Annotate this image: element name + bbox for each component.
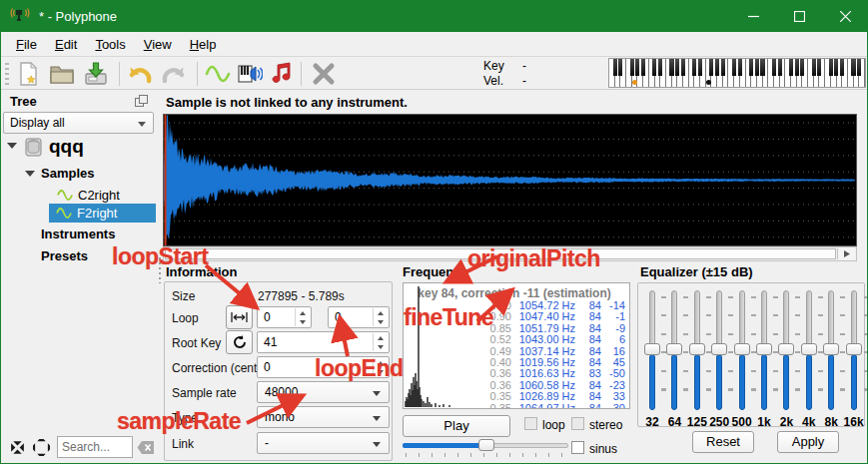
piano-black-key[interactable] <box>721 59 725 76</box>
eq-slider-handle[interactable] <box>846 343 862 355</box>
eq-slider-500[interactable]: 500 <box>731 288 753 410</box>
piano-black-key[interactable] <box>652 59 656 76</box>
tree-item-c2right[interactable]: C2right <box>57 188 120 203</box>
tree-item-samples[interactable]: Samples <box>41 166 94 181</box>
open-folder-icon[interactable] <box>49 61 75 87</box>
menu-tools[interactable]: Tools <box>86 33 134 56</box>
eq-slider-8k[interactable]: 8k <box>820 288 842 410</box>
piano-black-key[interactable] <box>851 59 855 76</box>
expand-all-icon[interactable] <box>33 439 50 456</box>
slider-handle[interactable] <box>478 439 494 451</box>
menu-view[interactable]: View <box>135 33 181 56</box>
tree-item-presets[interactable]: Presets <box>41 248 88 263</box>
piano-black-key[interactable] <box>829 59 833 76</box>
loop-auto-button[interactable] <box>226 305 253 329</box>
eq-slider-handle[interactable] <box>801 343 817 355</box>
piano-black-key[interactable] <box>669 59 673 76</box>
piano-keyboard[interactable] <box>608 58 866 88</box>
piano-black-key[interactable] <box>618 59 622 76</box>
waveform-display[interactable] <box>163 114 857 246</box>
piano-black-key[interactable] <box>635 59 639 76</box>
piano-black-key[interactable] <box>834 59 838 76</box>
spinner-arrows-icon[interactable] <box>373 333 388 351</box>
piano-black-key[interactable] <box>857 59 861 76</box>
sample-rate-combobox[interactable]: 48000 <box>257 381 390 403</box>
playback-volume-slider[interactable] <box>403 439 568 451</box>
eq-slider-250[interactable]: 250 <box>708 288 730 410</box>
piano-black-key[interactable] <box>698 59 702 76</box>
loop-start-spinbox[interactable]: 0 <box>257 306 312 328</box>
piano-black-key[interactable] <box>715 59 719 76</box>
undock-icon[interactable] <box>135 95 148 107</box>
eq-slider-handle[interactable] <box>734 343 750 355</box>
minimize-button[interactable] <box>730 0 776 32</box>
loop-end-spinbox[interactable]: 0 <box>328 306 390 328</box>
tree-item-instruments[interactable]: Instruments <box>41 227 115 241</box>
undo-icon[interactable] <box>127 61 153 87</box>
eq-slider-4k[interactable]: 4k <box>798 288 820 410</box>
piano-black-key[interactable] <box>755 59 759 76</box>
scrollbar-right-arrow[interactable] <box>837 248 855 259</box>
piano-black-key[interactable] <box>692 59 696 76</box>
spinner-arrows-icon[interactable] <box>295 308 310 326</box>
expand-arrow-icon[interactable] <box>25 171 35 177</box>
eq-slider-125[interactable]: 125 <box>686 288 708 410</box>
menu-help[interactable]: Help <box>181 33 226 56</box>
spinner-arrows-icon[interactable] <box>373 308 388 326</box>
clear-search-icon[interactable] <box>137 440 155 455</box>
eq-slider-1k[interactable]: 1k <box>753 288 775 410</box>
music-note-icon[interactable] <box>269 61 295 87</box>
piano-black-key[interactable] <box>749 59 753 76</box>
reset-button[interactable]: Reset <box>692 431 754 453</box>
eq-slider-handle[interactable] <box>756 343 772 355</box>
link-combobox[interactable]: - <box>257 432 390 454</box>
piano-black-key[interactable] <box>800 59 804 76</box>
eq-slider-handle[interactable] <box>778 343 794 355</box>
piano-black-key[interactable] <box>772 59 776 76</box>
piano-black-key[interactable] <box>760 59 764 76</box>
piano-black-key[interactable] <box>675 59 679 76</box>
piano-black-key[interactable] <box>658 59 662 76</box>
toolbar-drag-handle[interactable] <box>5 63 9 85</box>
piano-black-key[interactable] <box>613 59 617 76</box>
eq-slider-handle[interactable] <box>666 343 682 355</box>
tree-item-f2right-selected[interactable]: F2right <box>49 204 156 223</box>
root-key-spinbox[interactable]: 41 <box>257 331 390 353</box>
piano-black-key[interactable] <box>812 59 816 76</box>
eq-slider-32[interactable]: 32 <box>641 288 663 410</box>
search-input[interactable] <box>57 436 133 458</box>
type-combobox[interactable]: mono <box>257 406 390 428</box>
eq-slider-handle[interactable] <box>823 343 839 355</box>
piano-black-key[interactable] <box>778 59 782 76</box>
close-button[interactable] <box>822 0 868 32</box>
piano-black-key[interactable] <box>732 59 736 76</box>
piano-black-key[interactable] <box>738 59 742 76</box>
piano-black-key[interactable] <box>709 59 713 76</box>
save-icon[interactable] <box>83 61 109 87</box>
piano-black-key[interactable] <box>817 59 821 76</box>
loop-checkbox[interactable] <box>524 417 537 430</box>
menu-file[interactable]: File <box>7 33 46 56</box>
piano-black-key[interactable] <box>795 59 799 76</box>
eq-slider-2k[interactable]: 2k <box>775 288 797 410</box>
menu-edit[interactable]: Edit <box>46 33 86 56</box>
panel-splitter[interactable] <box>156 90 163 463</box>
eq-slider-16k[interactable]: 16k <box>843 288 865 410</box>
apply-button[interactable]: Apply <box>777 431 839 453</box>
maximize-button[interactable] <box>776 0 822 32</box>
tree-item-qqq[interactable]: qqq <box>49 136 84 158</box>
new-file-icon[interactable] <box>15 61 41 87</box>
root-key-auto-button[interactable] <box>226 330 253 354</box>
sine-wave-icon[interactable] <box>205 61 231 87</box>
play-button[interactable]: Play <box>403 415 510 437</box>
eq-slider-handle[interactable] <box>644 343 660 355</box>
piano-black-key[interactable] <box>840 59 844 76</box>
piano-black-key[interactable] <box>630 59 634 76</box>
eq-slider-64[interactable]: 64 <box>663 288 685 410</box>
delete-icon[interactable] <box>311 61 337 87</box>
piano-black-key[interactable] <box>641 59 645 76</box>
stereo-checkbox[interactable] <box>571 417 584 430</box>
collapse-all-icon[interactable] <box>9 439 26 456</box>
display-filter-combobox[interactable]: Display all <box>3 112 154 134</box>
eq-slider-handle[interactable] <box>711 343 727 355</box>
